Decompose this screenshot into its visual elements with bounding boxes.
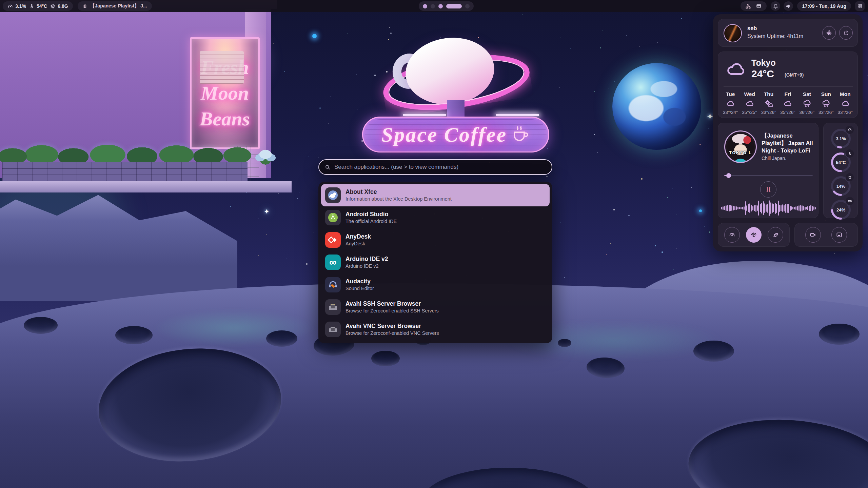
search-input[interactable] <box>334 164 546 170</box>
scales-icon <box>750 231 757 238</box>
forecast-weather-icon <box>802 99 812 108</box>
grid-icon <box>857 3 863 9</box>
progress-bar[interactable] <box>724 173 813 178</box>
app-name: Audacity <box>346 278 371 285</box>
flower-pot <box>254 146 277 167</box>
forecast-weather-icon <box>841 99 850 108</box>
app-search-bar[interactable] <box>318 159 552 175</box>
system-uptime: System Uptime: 4h11m <box>747 33 803 39</box>
tray-pill <box>741 1 767 11</box>
clock-pill[interactable]: 17:09 - Tue, 19 Aug <box>797 1 851 11</box>
cpu-gauge: 3.1% <box>830 128 852 149</box>
temp-value: 54°C <box>37 3 47 9</box>
shop-window: Fresh Moon Beans <box>190 37 260 149</box>
forecast-weather-icon <box>726 99 735 108</box>
app-row-anydesk[interactable]: AnyDesk AnyDesk <box>321 229 550 251</box>
album-art: TOKYO L <box>724 130 757 163</box>
coffee-cup-icon <box>510 124 530 145</box>
weather-temperature: 24°C <box>751 68 774 80</box>
xfce-icon <box>325 187 341 203</box>
disk-gauge: 24% <box>830 199 852 221</box>
app-row-about-xfce[interactable]: About Xfce Information about the Xfce De… <box>321 184 550 206</box>
divider <box>724 86 853 87</box>
workspace-dot[interactable] <box>446 4 462 8</box>
temp-stat: 54°C <box>29 3 47 9</box>
gear-icon <box>826 29 832 36</box>
app-name: Avahi SSH Server Browser <box>346 300 421 307</box>
notifications-button[interactable] <box>771 1 780 11</box>
weather-forecast: Tue 33°/24° Wed 35°/25° Thu <box>721 90 855 115</box>
menu-board <box>200 51 244 84</box>
search-icon <box>324 164 331 170</box>
pause-button[interactable] <box>760 181 776 198</box>
crater <box>819 324 860 345</box>
app-row-avahi-ssh[interactable]: Avahi SSH Server Browser Browse for Zero… <box>321 296 550 318</box>
app-grid-button[interactable] <box>855 1 865 11</box>
forecast-weather-icon <box>745 99 754 108</box>
app-row-android-studio[interactable]: Android Studio The official Android IDE <box>321 206 550 229</box>
app-row-avahi-vnc[interactable]: Avahi VNC Server Browser Browse for Zero… <box>321 318 550 341</box>
pause-icon <box>766 187 768 192</box>
workspace-indicators[interactable] <box>419 1 474 11</box>
user-name: seb <box>747 25 757 32</box>
powersave-mode-button[interactable] <box>768 227 783 243</box>
arduino-icon: ∞ <box>325 255 341 270</box>
forecast-day: Sat 36°/26° <box>797 90 816 115</box>
balanced-mode-button[interactable] <box>746 227 762 243</box>
media-label: 【Japanese Playlist】 J... <box>90 3 147 9</box>
cloud-icon <box>724 59 747 79</box>
mem-value: 6.8G <box>58 3 68 9</box>
speedometer-icon <box>846 126 854 134</box>
music-player-card: TOKYO L 【Japanese Playlist】 Japan All Ni… <box>718 123 818 218</box>
app-name: About Xfce <box>346 188 377 195</box>
network-icon[interactable] <box>745 3 751 9</box>
crater <box>115 326 153 344</box>
screenshot-button[interactable] <box>831 227 847 243</box>
space-coffee-neon-sign: Space Coffee <box>362 117 549 152</box>
audio-visualizer <box>722 200 815 216</box>
workspace-dot[interactable] <box>423 4 427 8</box>
audacity-icon <box>325 277 341 292</box>
mem-stat: 6.8G <box>50 3 68 9</box>
display-icon[interactable] <box>756 3 762 9</box>
app-name: Arduino IDE v2 <box>346 256 388 262</box>
coffee-shop-building: Fresh Moon Beans <box>0 0 271 190</box>
glow-star <box>699 209 702 212</box>
disk-icon <box>846 197 854 205</box>
ram-gauge: 14% <box>830 175 852 197</box>
bell-icon <box>773 3 778 9</box>
neon-sign-text: Space Coffee <box>381 123 507 147</box>
progress-knob[interactable] <box>726 173 731 178</box>
app-row-arduino[interactable]: ∞ Arduino IDE v2 Arduino IDE v2 <box>321 251 550 273</box>
crater <box>24 317 58 334</box>
app-name: AnyDesk <box>346 233 371 240</box>
workspace-dot[interactable] <box>465 4 470 8</box>
volume-button[interactable] <box>784 1 793 11</box>
forecast-day: Tue 33°/24° <box>721 90 740 115</box>
workspace-dot[interactable] <box>431 4 435 8</box>
system-stats-pill[interactable]: 3.1% 54°C 6.8G <box>3 1 73 11</box>
settings-button[interactable] <box>822 26 836 40</box>
app-desc: Browse for Zeroconf-enabled VNC Servers <box>346 330 439 336</box>
crater <box>266 330 297 347</box>
workspace-dot[interactable] <box>438 4 443 8</box>
power-button[interactable] <box>839 26 853 40</box>
forecast-day: Wed 35°/25° <box>740 90 759 115</box>
thermometer-icon <box>29 3 35 9</box>
user-card: seb System Uptime: 4h11m <box>718 19 858 47</box>
top-bar: 3.1% 54°C 6.8G 【Japanese Playlist】 J... … <box>0 0 868 12</box>
window-neon-text: Beans <box>200 106 250 131</box>
side-panel: seb System Uptime: 4h11m Tokyo 24°C (GMT… <box>713 14 863 251</box>
media-pill[interactable]: 【Japanese Playlist】 J... <box>78 1 152 11</box>
forecast-day: Mon 33°/26° <box>836 90 855 115</box>
network-port-icon <box>325 299 341 315</box>
forecast-day: Fri 35°/26° <box>778 90 797 115</box>
speedometer-icon <box>7 3 13 9</box>
avatar[interactable] <box>724 24 742 42</box>
cpu-value: 3.1% <box>15 3 26 9</box>
app-row-audacity[interactable]: Audacity Sound Editor <box>321 273 550 296</box>
app-results-list: About Xfce Information about the Xfce De… <box>318 182 552 343</box>
leaf-icon <box>772 232 779 238</box>
screen-record-button[interactable] <box>805 227 821 243</box>
performance-mode-button[interactable] <box>724 227 740 243</box>
